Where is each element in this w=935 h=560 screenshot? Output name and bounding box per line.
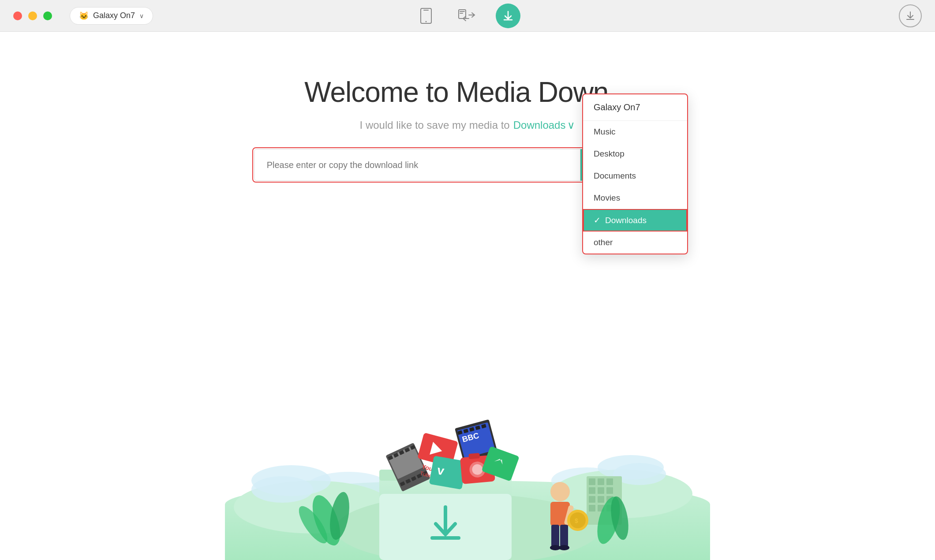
svg-rect-21: [598, 487, 604, 494]
save-to-link[interactable]: Downloads ∨: [513, 119, 576, 131]
subtitle-row: I would like to save my media to Downloa…: [0, 119, 935, 131]
url-input[interactable]: [254, 149, 580, 181]
dropdown-item-label: Documents: [594, 171, 636, 181]
traffic-lights: [13, 11, 52, 20]
titlebar-right-button[interactable]: [899, 4, 922, 27]
dropdown-item-other[interactable]: other: [583, 231, 687, 254]
dropdown-item-label: Downloads: [605, 216, 647, 225]
svg-rect-73: [551, 525, 559, 547]
welcome-title: Welcome to Media Down...: [0, 32, 935, 108]
svg-rect-24: [598, 496, 604, 503]
svg-point-76: [559, 545, 569, 550]
save-to-chevron: ∨: [567, 119, 575, 131]
dropdown-item-documents[interactable]: Documents: [583, 165, 687, 187]
subtitle-prefix: I would like to save my media to: [360, 119, 510, 131]
check-icon: ✓: [594, 215, 601, 225]
dropdown-item-label: Movies: [594, 193, 620, 203]
svg-rect-18: [598, 478, 604, 485]
svg-rect-17: [589, 478, 595, 485]
dropdown-item-music[interactable]: Music: [583, 121, 687, 143]
svg-rect-20: [589, 487, 595, 494]
svg-point-71: [550, 482, 570, 501]
svg-rect-5: [460, 13, 463, 14]
maximize-button[interactable]: [43, 11, 52, 20]
input-area: Download: [0, 147, 935, 183]
svg-rect-74: [560, 525, 568, 547]
phone-nav-icon[interactable]: [415, 4, 438, 27]
svg-text:$: $: [575, 517, 578, 524]
svg-point-10: [251, 476, 313, 503]
transfer-nav-icon[interactable]: [455, 4, 478, 27]
dropdown-menu: Galaxy On7 Music Desktop Documents Movie…: [582, 93, 688, 254]
svg-rect-22: [606, 487, 613, 494]
download-nav-button[interactable]: [496, 4, 520, 28]
titlebar-center-nav: [415, 4, 520, 28]
save-to-text: Downloads: [513, 119, 566, 131]
illustration: You Tube BBC v: [269, 313, 666, 560]
minimize-button[interactable]: [28, 11, 37, 20]
dropdown-item-desktop[interactable]: Desktop: [583, 143, 687, 165]
svg-rect-69: [468, 453, 480, 459]
main-content: Welcome to Media Down... I would like to…: [0, 32, 935, 560]
svg-rect-23: [589, 496, 595, 503]
titlebar: 🐱 Galaxy On7 ∨: [0, 0, 935, 32]
svg-rect-1: [423, 10, 429, 11]
dropdown-item-label: Desktop: [594, 149, 625, 159]
device-selector[interactable]: 🐱 Galaxy On7 ∨: [70, 7, 153, 25]
svg-rect-26: [589, 505, 595, 511]
close-button[interactable]: [13, 11, 22, 20]
chevron-down-icon: ∨: [139, 12, 144, 19]
svg-rect-19: [606, 478, 613, 485]
dropdown-header: Galaxy On7: [583, 94, 687, 121]
dropdown-item-label: Music: [594, 127, 616, 137]
dropdown-item-movies[interactable]: Movies: [583, 187, 687, 209]
svg-rect-4: [460, 11, 465, 12]
device-name: Galaxy On7: [93, 11, 135, 20]
illustration-svg: You Tube BBC v: [225, 317, 710, 560]
dropdown-item-label: other: [594, 238, 613, 247]
svg-point-2: [426, 21, 427, 22]
dropdown-item-downloads[interactable]: ✓ Downloads: [583, 209, 687, 231]
device-icon: 🐱: [79, 11, 89, 21]
